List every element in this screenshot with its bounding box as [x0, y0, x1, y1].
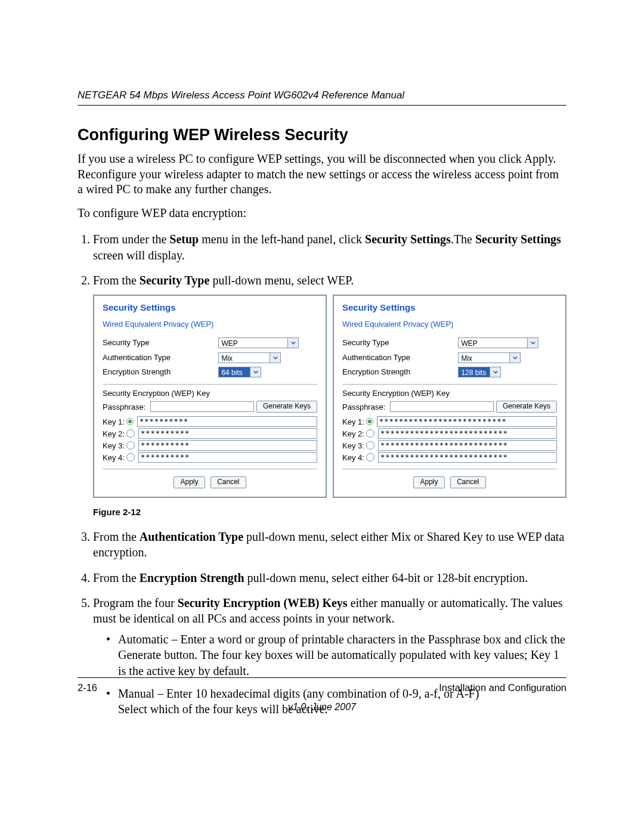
- key2-radio[interactable]: [366, 429, 374, 438]
- key4-input[interactable]: [138, 452, 317, 463]
- key1-radio[interactable]: [126, 418, 134, 425]
- passphrase-input[interactable]: [390, 401, 494, 412]
- step-4: From the Encryption Strength pull-down m…: [93, 570, 566, 586]
- passphrase-input[interactable]: [150, 401, 254, 412]
- step-3: From the Authentication Type pull-down m…: [93, 529, 566, 561]
- chevron-down-icon: [250, 367, 261, 377]
- key3-radio[interactable]: [366, 441, 374, 450]
- security-type-select[interactable]: WEP: [218, 337, 299, 348]
- figure-2-12: Security Settings Wired Equivalent Priva…: [93, 295, 566, 518]
- security-type-select[interactable]: WEP: [458, 337, 538, 348]
- figure-caption: Figure 2-12: [93, 506, 566, 518]
- encryption-strength-select[interactable]: 128 bits: [458, 367, 501, 377]
- page-number: 2-16: [78, 682, 97, 693]
- lead-paragraph: To configure WEP data encryption:: [78, 206, 566, 221]
- page-footer: 2-16 Installation and Configuration v1.0…: [78, 677, 566, 713]
- key2-input[interactable]: [138, 428, 317, 439]
- intro-paragraph: If you use a wireless PC to configure WE…: [78, 151, 566, 197]
- panel-title: Security Settings: [103, 302, 317, 314]
- generate-keys-button[interactable]: Generate Keys: [496, 401, 557, 413]
- chevron-down-icon: [270, 353, 280, 363]
- apply-button[interactable]: Apply: [413, 476, 444, 488]
- key2-input[interactable]: [378, 428, 557, 439]
- key1-radio[interactable]: [366, 418, 373, 425]
- key1-input[interactable]: [137, 416, 317, 427]
- key1-input[interactable]: [377, 416, 557, 427]
- chevron-down-icon: [509, 353, 520, 363]
- cancel-button[interactable]: Cancel: [210, 476, 246, 488]
- key4-radio[interactable]: [126, 453, 135, 462]
- running-header: NETGEAR 54 Mbps Wireless Access Point WG…: [78, 89, 566, 106]
- generate-keys-button[interactable]: Generate Keys: [256, 401, 317, 413]
- panel-title: Security Settings: [342, 302, 557, 314]
- settings-panel-128bit: Security Settings Wired Equivalent Priva…: [333, 295, 566, 498]
- panel-subtitle: Wired Equivalent Privacy (WEP): [103, 319, 317, 329]
- key3-radio[interactable]: [126, 441, 135, 450]
- auth-type-select[interactable]: Mix: [218, 352, 281, 363]
- key4-radio[interactable]: [366, 453, 374, 462]
- key4-input[interactable]: [378, 452, 557, 463]
- auth-type-select[interactable]: Mix: [458, 352, 521, 363]
- key2-radio[interactable]: [126, 429, 135, 438]
- bullet-auto: Automatic – Enter a word or group of pri…: [106, 631, 566, 679]
- step-2: From the Security Type pull-down menu, s…: [93, 272, 566, 518]
- step-1: From under the Setup menu in the left-ha…: [93, 231, 566, 263]
- settings-panel-64bit: Security Settings Wired Equivalent Priva…: [93, 295, 327, 498]
- encryption-strength-select[interactable]: 64 bits: [218, 367, 261, 377]
- page-heading: Configuring WEP Wireless Security: [78, 126, 566, 144]
- chevron-down-icon: [490, 367, 500, 377]
- chevron-down-icon: [527, 338, 538, 348]
- footer-section: Installation and Configuration: [439, 682, 566, 693]
- panel-subtitle: Wired Equivalent Privacy (WEP): [342, 319, 557, 329]
- step-list: From under the Setup menu in the left-ha…: [78, 231, 566, 717]
- key3-input[interactable]: [138, 440, 317, 451]
- footer-version: v1.0, June 2007: [78, 702, 566, 713]
- key3-input[interactable]: [378, 440, 557, 451]
- chevron-down-icon: [287, 338, 298, 348]
- cancel-button[interactable]: Cancel: [450, 476, 485, 488]
- apply-button[interactable]: Apply: [174, 476, 205, 488]
